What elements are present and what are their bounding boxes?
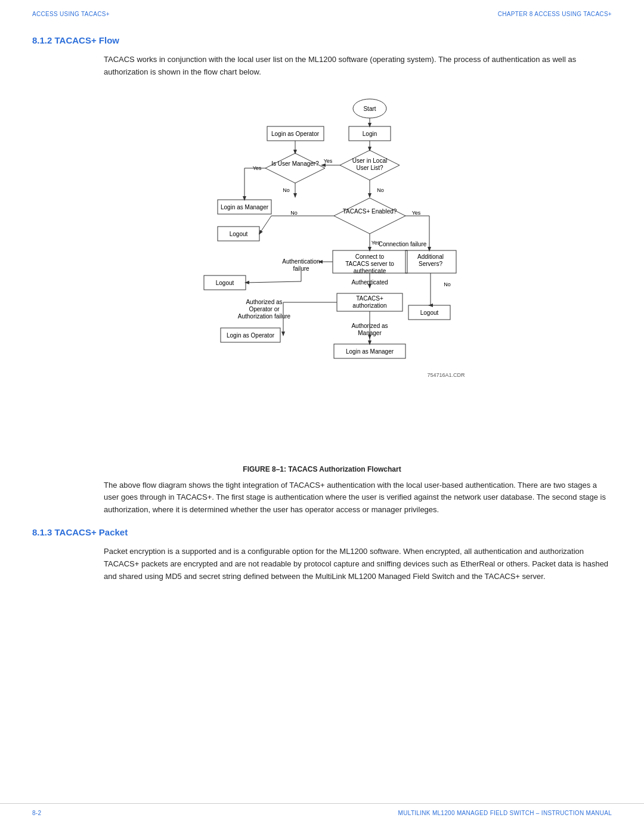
- section-813-body: Packet encryption is a supported and is …: [104, 546, 612, 583]
- svg-text:Additional: Additional: [417, 253, 444, 260]
- svg-marker-27: [334, 198, 405, 234]
- figure-container: Start Login Login as Operator User in Lo…: [32, 91, 612, 473]
- figure-caption: FIGURE 8–1: TACACS Authorization Flowcha…: [243, 465, 401, 473]
- svg-text:Servers?: Servers?: [419, 261, 442, 267]
- footer-right: MULTILINK ML1200 MANAGED FIELD SWITCH – …: [398, 810, 612, 816]
- svg-text:Authorized as: Authorized as: [246, 299, 282, 305]
- svg-text:User List?: User List?: [356, 165, 383, 171]
- svg-text:Login as Manager: Login as Manager: [221, 204, 269, 210]
- svg-line-31: [259, 216, 271, 234]
- svg-text:Login as Operator: Login as Operator: [227, 332, 275, 339]
- flowchart-svg: Start Login Login as Operator User in Lo…: [167, 91, 477, 460]
- svg-text:No: No: [290, 210, 298, 216]
- svg-text:No: No: [283, 187, 290, 193]
- svg-text:Authorization failure: Authorization failure: [238, 313, 291, 320]
- svg-text:User in Local: User in Local: [352, 157, 387, 164]
- svg-text:Logout: Logout: [216, 280, 234, 286]
- svg-text:TACACS+ Enabled?: TACACS+ Enabled?: [343, 208, 397, 215]
- page-content: 8.1.2 TACACS+ Flow TACACS works in conju…: [0, 17, 644, 611]
- section-812-title: 8.1.2 TACACS+ Flow: [32, 35, 612, 45]
- svg-text:authorization: authorization: [352, 302, 386, 309]
- svg-text:754716A1.CDR: 754716A1.CDR: [427, 372, 465, 378]
- page: ACCESS USING TACACS+ CHAPTER 8 ACCESS US…: [0, 0, 644, 833]
- page-footer: 8-2 MULTILINK ML1200 MANAGED FIELD SWITC…: [0, 803, 644, 822]
- svg-text:Login as Manager: Login as Manager: [346, 348, 394, 355]
- svg-text:Logout: Logout: [420, 309, 439, 316]
- section-813-title: 8.1.3 TACACS+ Packet: [32, 527, 612, 537]
- svg-text:Yes: Yes: [324, 158, 333, 164]
- section-812-body: TACACS works in conjunction with the loc…: [104, 54, 612, 79]
- svg-text:Operator or: Operator or: [249, 306, 280, 312]
- svg-text:Logout: Logout: [230, 231, 248, 237]
- footer-left: 8-2: [32, 810, 41, 816]
- svg-text:TACACS server to: TACACS server to: [345, 261, 394, 267]
- svg-text:Login as Operator: Login as Operator: [271, 131, 320, 137]
- page-header: ACCESS USING TACACS+ CHAPTER 8 ACCESS US…: [0, 0, 644, 17]
- header-right: CHAPTER 8 ACCESS USING TACACS+: [498, 11, 612, 17]
- header-left: ACCESS USING TACACS+: [32, 11, 110, 17]
- svg-text:Login: Login: [363, 131, 377, 137]
- svg-line-51: [246, 281, 301, 283]
- svg-text:Yes: Yes: [412, 210, 421, 216]
- svg-text:Connection failure: Connection failure: [379, 241, 427, 247]
- svg-text:Connect to: Connect to: [355, 253, 385, 260]
- svg-text:Start: Start: [363, 106, 376, 112]
- svg-text:No: No: [377, 187, 384, 193]
- svg-marker-13: [265, 153, 325, 183]
- svg-text:No: No: [444, 281, 451, 287]
- svg-text:TACACS+: TACACS+: [356, 295, 383, 302]
- section-812-body2: The above flow diagram shows the tight i…: [104, 479, 612, 516]
- svg-text:Authentication: Authentication: [282, 258, 320, 265]
- svg-text:Is User Manager?: Is User Manager?: [271, 160, 319, 167]
